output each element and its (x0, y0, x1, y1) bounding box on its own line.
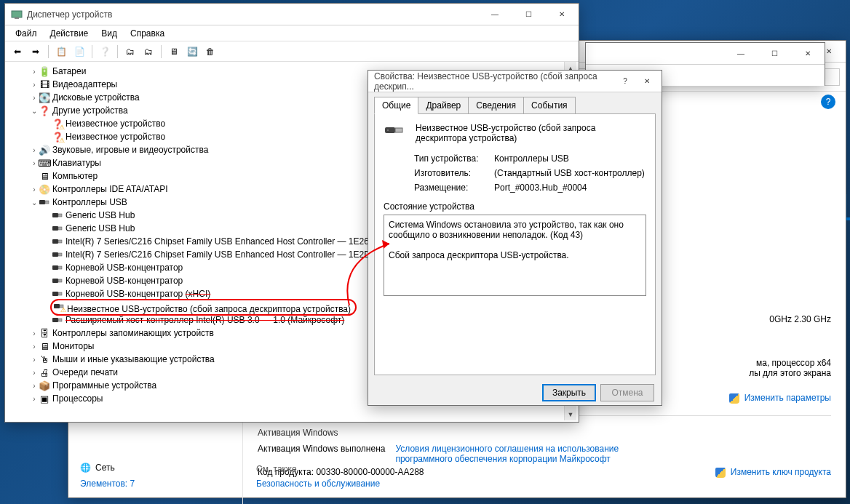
minimize-button[interactable]: — (724, 43, 758, 65)
expand-toggle[interactable]: › (30, 81, 39, 89)
svg-rect-22 (385, 127, 395, 133)
device-icon: ▣ (39, 393, 50, 404)
sidebar-item-label: Сеть (95, 463, 115, 473)
tab-general[interactable]: Общие (374, 97, 418, 114)
device-icon: 🖱 (39, 353, 50, 365)
network-icon: 🌐 (80, 463, 91, 473)
mfr-value: (Стандартный USB хост-контроллер) (494, 168, 645, 178)
usb-icon (52, 314, 63, 326)
expand-toggle[interactable]: › (30, 185, 39, 193)
device-icon: 🖥 (39, 340, 50, 352)
tb-help[interactable]: ❔ (97, 44, 113, 60)
tb-update[interactable]: 🔄 (184, 44, 200, 60)
device-name: Неизвестное USB-устройство (сбой запроса… (416, 123, 646, 143)
expand-toggle[interactable]: › (30, 329, 39, 337)
close-dialog-button[interactable]: Закрыть (542, 384, 596, 401)
tree-node-label: Клавиатуры (52, 158, 101, 168)
tree-node-label: Корневой USB-концентратор (xHCI) (65, 289, 210, 299)
change-key-link[interactable]: Изменить ключ продукта (731, 467, 831, 477)
expand-toggle[interactable]: › (30, 94, 39, 102)
type-label: Тип устройства: (414, 153, 494, 164)
tb-back[interactable]: ⬅ (9, 44, 25, 60)
tb-tree1[interactable]: 🗂 (122, 44, 138, 60)
minimize-button[interactable]: — (478, 4, 512, 25)
type-value: Контроллеры USB (494, 153, 569, 164)
device-icon: 🖨 (39, 367, 50, 378)
tb-tree2[interactable]: 🗂 (140, 44, 156, 60)
menu-file[interactable]: Файл (9, 27, 43, 40)
close-button[interactable]: ✕ (632, 71, 662, 92)
expand-toggle[interactable]: › (30, 68, 39, 76)
usb-icon (52, 288, 63, 300)
expand-toggle[interactable]: › (30, 395, 39, 403)
usb-icon (53, 300, 65, 312)
tree-node-label: Дисковые устройства (52, 92, 140, 103)
close-button[interactable]: ✕ (545, 4, 579, 25)
devmgr-titlebar: Диспетчер устройств — ☐ ✕ (5, 4, 579, 25)
tb-properties[interactable]: 📄 (71, 44, 87, 60)
tab-details[interactable]: Сведения (468, 97, 524, 113)
tree-node-label: Контроллеры запоминающих устройств (52, 328, 214, 338)
usb-icon (52, 249, 63, 260)
svg-rect-13 (58, 266, 62, 269)
tree-node-label: Intel(R) 7 Series/C216 Chipset Family US… (65, 236, 369, 247)
device-icon: 📦 (39, 380, 50, 391)
devmgr-menubar: Файл Действие Вид Справка (5, 25, 579, 41)
menu-help[interactable]: Справка (124, 27, 170, 40)
expand-toggle[interactable]: ⌄ (30, 107, 39, 115)
properties-dialog: Свойства: Неизвестное USB-устройство (сб… (368, 70, 662, 406)
security-link[interactable]: Безопасность и обслуживание (256, 479, 380, 489)
tab-driver[interactable]: Драйвер (418, 97, 469, 113)
tb-scan[interactable]: 🖥 (166, 44, 182, 60)
activation-status: Активация Windows выполнена (258, 444, 385, 464)
sidebar-item-network[interactable]: 🌐 Сеть (68, 460, 242, 476)
status-textbox[interactable] (384, 215, 646, 296)
svg-rect-5 (58, 214, 62, 217)
expand-toggle[interactable]: › (30, 343, 39, 351)
svg-rect-23 (395, 128, 402, 132)
tab-body: Неизвестное USB-устройство (сбой запроса… (374, 113, 656, 375)
help-button[interactable]: ? (618, 71, 632, 92)
svg-rect-17 (58, 292, 62, 295)
device-icon: ❓ (39, 105, 50, 116)
license-link[interactable]: Условия лицензионного соглашения на испо… (395, 444, 672, 464)
maximize-button[interactable]: ☐ (512, 4, 545, 25)
tree-node-label: Процессоры (52, 393, 103, 404)
expand-toggle[interactable]: ⌄ (30, 199, 39, 207)
maximize-button[interactable]: ☐ (758, 43, 791, 65)
expand-toggle[interactable]: › (30, 146, 39, 154)
close-button[interactable]: ✕ (791, 43, 825, 65)
expand-toggle[interactable]: › (30, 382, 39, 390)
devmgr-icon (11, 9, 23, 20)
activation-header: Активация Windows (258, 428, 831, 438)
device-icon: 🖥 (39, 170, 50, 182)
mfr-label: Изготовитель: (414, 168, 494, 178)
expand-toggle[interactable]: › (30, 369, 39, 377)
svg-rect-14 (52, 279, 58, 283)
tree-node-label: Расширяемый хост-контроллер Intel(R) USB… (65, 315, 344, 325)
change-params-link[interactable]: Изменить параметры (744, 393, 831, 403)
tab-events[interactable]: События (523, 97, 576, 113)
tb-show-hidden[interactable]: 📋 (53, 44, 69, 60)
menu-action[interactable]: Действие (44, 27, 95, 40)
svg-rect-18 (54, 304, 60, 308)
tree-node-label: Корневой USB-концентратор (65, 276, 183, 286)
usb-icon (52, 223, 63, 234)
tb-uninstall[interactable]: 🗑 (202, 44, 218, 60)
help-icon[interactable]: ? (821, 95, 835, 109)
tree-node-label: Звуковые, игровые и видеоустройства (52, 145, 208, 155)
device-icon: ❓ (52, 118, 63, 129)
tree-node-label: Контроллеры IDE ATA/ATAPI (52, 184, 168, 194)
expand-toggle[interactable]: › (30, 356, 39, 364)
svg-rect-21 (58, 319, 62, 321)
usb-device-icon (384, 123, 407, 140)
tree-node-label: Программные устройства (52, 380, 156, 391)
device-icon: 💽 (39, 92, 50, 103)
tree-node-label: Корневой USB-концентратор (65, 263, 183, 273)
menu-view[interactable]: Вид (95, 27, 123, 40)
tb-fwd[interactable]: ➡ (28, 44, 44, 60)
svg-rect-11 (58, 253, 62, 256)
scroll-down-button[interactable]: ▼ (565, 408, 576, 420)
devmgr-toolbar: ⬅ ➡ 📋 📄 ❔ 🗂 🗂 🖥 🔄 🗑 (5, 41, 579, 62)
props-titlebar: Свойства: Неизвестное USB-устройство (сб… (368, 71, 662, 92)
